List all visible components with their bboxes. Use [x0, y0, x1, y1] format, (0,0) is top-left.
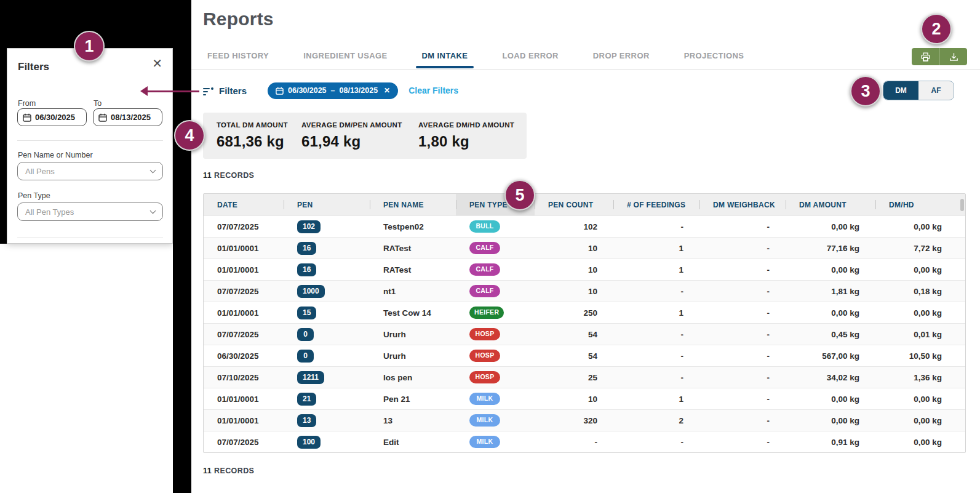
table-row: 07/07/2025102Testpen02BULL102--0,00 kg0,…	[204, 215, 965, 237]
cell-dm-weighback: -	[699, 367, 786, 388]
cell-dm-amount: 77,16 kg	[786, 238, 875, 259]
column-header-label: PEN TYPE	[469, 201, 508, 209]
print-button[interactable]	[912, 48, 939, 65]
cell-feedings: 1	[613, 238, 699, 259]
cell-pen-count: 10	[535, 281, 613, 302]
cell-pen: 1000	[284, 281, 370, 302]
tab-drop-error[interactable]: DROP ERROR	[593, 51, 650, 68]
cell-dm-hd: 0,00 kg	[875, 410, 966, 431]
column-header-dm-hd[interactable]: DM/HD	[875, 194, 966, 215]
column-header-label: PEN NAME	[383, 201, 424, 209]
filter-lines-icon[interactable]	[203, 87, 213, 95]
cell-pen-type: CALF	[456, 259, 535, 280]
chevron-down-icon	[150, 207, 156, 214]
stat-total-dm: TOTAL DM AMOUNT 681,36 kg	[217, 121, 301, 159]
cell-pen-count: 54	[535, 324, 613, 345]
toggle-option-af[interactable]: AF	[918, 81, 954, 100]
cell-dm-hd: 1,36 kg	[875, 367, 966, 388]
tab-dm-intake[interactable]: DM INTAKE	[422, 51, 468, 68]
annotation-badge-2: 2	[921, 14, 952, 44]
pen-number-badge: 0	[297, 350, 314, 363]
date-range-chip[interactable]: 06/30/2025 – 08/13/2025 ✕	[268, 82, 398, 99]
pen-number-badge: 21	[297, 393, 316, 406]
tab-projections[interactable]: PROJECTIONS	[684, 51, 744, 68]
annotation-badge-4: 4	[174, 120, 205, 151]
cell-dm-weighback: -	[699, 281, 786, 302]
stat-value: 1,80 kg	[418, 133, 514, 150]
pen-type-pill-hosp: HOSP	[469, 371, 500, 383]
column-header-pen-name[interactable]: PEN NAME	[370, 194, 456, 215]
table-row: 07/07/20250UrurhHOSP54--0,45 kg0,01 kg	[204, 323, 965, 345]
cell-feedings: -	[613, 216, 699, 237]
pen-type-pill-calf: CALF	[469, 242, 500, 254]
cell-date: 07/07/2025	[204, 431, 284, 452]
download-button[interactable]	[939, 48, 967, 65]
calendar-icon	[276, 87, 284, 95]
to-date-input[interactable]: 08/13/2025	[93, 108, 162, 126]
records-number: 11	[203, 467, 212, 475]
chip-remove-icon[interactable]: ✕	[384, 86, 390, 95]
toggle-option-dm[interactable]: DM	[883, 81, 918, 100]
tab-load-error[interactable]: LOAD ERROR	[502, 51, 558, 68]
pen-name-select[interactable]: All Pens	[17, 162, 163, 180]
close-icon[interactable]: ✕	[152, 57, 162, 70]
cell-pen-name: Test Cow 14	[370, 302, 456, 323]
to-date-value: 08/13/2025	[111, 113, 151, 122]
cell-dm-amount: 0,00 kg	[786, 216, 875, 237]
cell-dm-amount: 1,81 kg	[786, 281, 875, 302]
cell-date: 01/01/0001	[204, 410, 284, 431]
column-header-of-feedings[interactable]: # OF FEEDINGS	[613, 194, 699, 215]
column-header-dm-weighback[interactable]: DM WEIGHBACK	[699, 194, 786, 215]
table-row: 01/01/000116RATestCALF101-77,16 kg7,72 k…	[204, 237, 965, 259]
cell-dm-weighback: -	[699, 324, 786, 345]
pen-type-label: Pen Type	[18, 191, 50, 200]
cell-pen-name: RATest	[370, 238, 456, 259]
cell-pen-type: CALF	[456, 238, 535, 259]
main-content: Reports FEED HISTORY INGREDIENT USAGE DM…	[191, 0, 980, 493]
table-row: 01/01/000115Test Cow 14HEIFER2501-0,00 k…	[204, 302, 965, 323]
to-label: To	[94, 99, 102, 108]
column-header-dm-amount[interactable]: DM AMOUNT	[786, 194, 875, 215]
cell-pen-type: BULL	[456, 216, 535, 237]
cell-feedings: -	[613, 324, 699, 345]
cell-dm-amount: 0,00 kg	[786, 302, 875, 323]
cell-date: 01/01/0001	[204, 238, 284, 259]
clear-filters-link[interactable]: Clear Filters	[408, 86, 458, 95]
cell-pen-type: MILK	[456, 410, 535, 431]
dm-intake-table: DATEPENPEN NAMEPEN TYPEPEN COUNT# OF FEE…	[203, 193, 966, 453]
pen-type-pill-hosp: HOSP	[469, 350, 500, 362]
export-button-group	[912, 48, 967, 65]
table-row: 01/01/00011313MILK3202-0,00 kg0,00 kg	[204, 409, 965, 431]
pen-number-badge: 1211	[297, 371, 324, 384]
cell-pen-count: 54	[535, 345, 613, 366]
column-header-date[interactable]: DATE	[204, 194, 284, 215]
cell-pen-count: 10	[535, 388, 613, 409]
tab-feed-history[interactable]: FEED HISTORY	[207, 51, 269, 68]
cell-pen-type: MILK	[456, 388, 535, 409]
column-header-pen-count[interactable]: PEN COUNT	[535, 194, 613, 215]
cell-feedings: -	[613, 431, 699, 452]
cell-pen-count: 10	[535, 259, 613, 280]
cell-pen-count: 10	[535, 238, 613, 259]
tab-ingredient-usage[interactable]: INGREDIENT USAGE	[303, 51, 387, 68]
cell-dm-weighback: -	[699, 410, 786, 431]
annotation-badge-5: 5	[504, 180, 535, 210]
cell-pen-type: HOSP	[456, 367, 535, 388]
cell-date: 07/07/2025	[204, 281, 284, 302]
cell-date: 01/01/0001	[204, 259, 284, 280]
cell-dm-amount: 567,00 kg	[786, 345, 875, 366]
from-date-input[interactable]: 06/30/2025	[17, 108, 87, 126]
filters-bar-label[interactable]: Filters	[219, 86, 247, 96]
pen-type-select[interactable]: All Pen Types	[17, 202, 163, 221]
report-tabs: FEED HISTORY INGREDIENT USAGE DM INTAKE …	[207, 51, 744, 68]
annotation-badge-3: 3	[850, 76, 881, 106]
calendar-icon	[98, 113, 107, 122]
stat-label: TOTAL DM AMOUNT	[217, 121, 301, 129]
table-row: 01/01/000121Pen 21MILK101-0,00 kg0,00 kg	[204, 388, 965, 409]
column-header-pen[interactable]: PEN	[284, 194, 370, 215]
cell-dm-hd: 0,00 kg	[875, 259, 966, 280]
cell-date: 07/07/2025	[204, 216, 284, 237]
column-header-label: PEN COUNT	[548, 201, 593, 209]
pen-number-badge: 15	[297, 307, 316, 319]
scrollbar-thumb[interactable]	[960, 199, 964, 211]
